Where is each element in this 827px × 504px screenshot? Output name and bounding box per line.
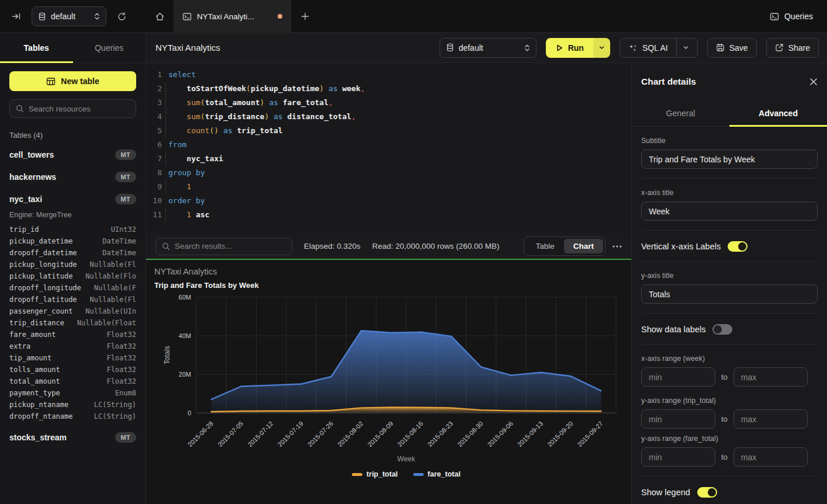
- column-type: Nullable(F: [94, 282, 136, 294]
- updown-chevron-icon: [524, 44, 530, 52]
- column-name: dropoff_longitude: [9, 282, 81, 294]
- sql-editor[interactable]: 1select2 toStartOfWeek(pickup_datetime) …: [146, 63, 631, 234]
- chart-title: NYTaxi Analytics: [154, 267, 217, 276]
- run-database-selector-value: default: [459, 43, 483, 53]
- yaxis-title-input[interactable]: [641, 284, 818, 304]
- line-number: 8: [146, 166, 162, 180]
- code-line-7: 7 nyc_taxi: [146, 152, 631, 166]
- tab-general[interactable]: General: [632, 100, 729, 126]
- code-text: select: [165, 68, 196, 82]
- run-database-selector[interactable]: default: [440, 38, 537, 58]
- code-text: count() as trip_total: [165, 124, 283, 138]
- code-line-5: 5 count() as trip_total: [146, 124, 631, 138]
- rows-read: Read: 20,000,000 rows (260.00 MB): [372, 242, 500, 251]
- chart-subtitle: Trip and Fare Totals by Week: [154, 281, 259, 290]
- table-view-button[interactable]: Table: [526, 239, 563, 253]
- yaxis-range-fare-max-input[interactable]: [733, 447, 808, 467]
- column-row-pickup_latitude: pickup_latitudeNullable(Flo: [9, 270, 136, 282]
- code-text: group by: [165, 166, 205, 180]
- yaxis-range-trip-min-input[interactable]: [641, 409, 715, 429]
- chart-pane: NYTaxi Analytics Trip and Fare Totals by…: [146, 260, 631, 504]
- subtitle-input[interactable]: [641, 150, 818, 169]
- console-icon: [182, 12, 192, 21]
- legend-item-trip_total[interactable]: trip_total: [352, 470, 397, 478]
- table-row-stocks_stream[interactable]: stocks_streamMT: [9, 430, 136, 444]
- search-icon: [162, 242, 170, 251]
- results-toolbar: Elapsed: 0.320s Read: 20,000,000 rows (2…: [146, 234, 631, 259]
- new-table-label: New table: [61, 77, 99, 86]
- divider: [641, 344, 818, 345]
- updown-chevron-icon: [94, 12, 100, 20]
- share-icon: [775, 43, 784, 52]
- column-type: DateTime: [102, 235, 136, 247]
- chart-view-button[interactable]: Chart: [564, 239, 603, 253]
- x-axis-tick-label: 2015-08-30: [456, 420, 484, 448]
- series-area-fare_total: [212, 331, 601, 413]
- table-row-hackernews[interactable]: hackernewsMT: [9, 170, 136, 184]
- save-button[interactable]: Save: [707, 38, 757, 58]
- share-button[interactable]: Share: [766, 38, 819, 58]
- code-line-2: 2 toStartOfWeek(pickup_datetime) as week…: [146, 82, 631, 96]
- column-name: trip_distance: [9, 317, 64, 329]
- queries-button[interactable]: Queries: [770, 0, 813, 33]
- sidebar: Tables Queries New table Tables (4) cell…: [0, 33, 146, 504]
- sidebar-tab-queries[interactable]: Queries: [73, 33, 146, 62]
- sql-ai-button[interactable]: SQL AI: [620, 38, 698, 58]
- legend-label: fare_total: [428, 470, 461, 478]
- table-name: nyc_taxi: [9, 194, 42, 204]
- yaxis-range-fare-min-input[interactable]: [641, 447, 715, 467]
- results-search-input[interactable]: [175, 242, 286, 251]
- yaxis-range-trip-max-input[interactable]: [733, 409, 808, 429]
- tab-nytaxi-analytics[interactable]: NYTaxi Analyti...: [174, 0, 291, 33]
- line-number: 11: [146, 208, 162, 222]
- sidebar-tab-tables[interactable]: Tables: [0, 33, 73, 62]
- code-line-10: 10order by: [146, 194, 631, 208]
- close-icon: [809, 78, 818, 86]
- close-panel-button[interactable]: [809, 78, 818, 86]
- xaxis-range-max-input[interactable]: [733, 367, 808, 387]
- new-tab-button[interactable]: [291, 0, 319, 33]
- run-button[interactable]: Run: [546, 38, 593, 58]
- database-selector[interactable]: default: [32, 6, 106, 26]
- ellipsis-icon: [613, 245, 622, 248]
- table-row-cell_towers[interactable]: cell_towersMT: [9, 148, 136, 162]
- show-legend-label: Show legend: [641, 488, 690, 497]
- column-row-pickup_datetime: pickup_datetimeDateTime: [9, 235, 136, 247]
- show-data-labels-toggle[interactable]: [712, 324, 732, 335]
- engine-badge: MT: [115, 194, 136, 204]
- new-table-button[interactable]: New table: [9, 71, 136, 91]
- x-axis-tick-label: 2015-07-19: [276, 420, 304, 448]
- column-row-tolls_amount: tolls_amountFloat32: [9, 364, 136, 376]
- sql-ai-options-button[interactable]: [683, 44, 689, 51]
- run-label: Run: [568, 43, 584, 53]
- xaxis-range-min-input[interactable]: [641, 367, 715, 387]
- save-label: Save: [729, 43, 748, 53]
- run-options-button[interactable]: [593, 38, 610, 58]
- refresh-button[interactable]: [113, 8, 130, 25]
- yaxis-title-label: y-axis title: [641, 272, 818, 280]
- query-title: NYTaxi Analytics: [155, 43, 220, 53]
- column-name: trip_id: [9, 224, 39, 235]
- column-type: DateTime: [102, 247, 136, 259]
- vertical-xaxis-labels-toggle[interactable]: [728, 241, 748, 252]
- home-button[interactable]: [146, 0, 174, 33]
- top-bar: default NYTaxi Analyti...: [0, 0, 827, 33]
- table-icon: [46, 77, 56, 86]
- chart-plot: 020M40M60M2015-06-282015-07-052015-07-12…: [146, 260, 631, 504]
- legend-item-fare_total[interactable]: fare_total: [413, 470, 461, 478]
- tab-advanced[interactable]: Advanced: [729, 100, 827, 126]
- tables-section-header: Tables (4): [9, 131, 136, 140]
- x-axis-title: Week: [196, 455, 616, 463]
- table-row-nyc_taxi[interactable]: nyc_taxiMT: [9, 192, 136, 206]
- xaxis-range-label: x-axis range (week): [641, 354, 818, 363]
- x-axis-tick-label: 2015-09-13: [516, 420, 544, 448]
- code-text: sum(trip_distance) as distance_total,: [165, 110, 356, 124]
- xaxis-title-input[interactable]: [641, 201, 818, 221]
- more-options-button[interactable]: [613, 245, 622, 248]
- console-icon: [770, 12, 779, 21]
- to-label: to: [721, 373, 728, 381]
- collapse-sidebar-button[interactable]: [8, 8, 25, 25]
- show-legend-toggle[interactable]: [697, 487, 717, 498]
- code-line-11: 11 1 asc: [146, 208, 631, 222]
- resource-search-input[interactable]: [29, 105, 132, 113]
